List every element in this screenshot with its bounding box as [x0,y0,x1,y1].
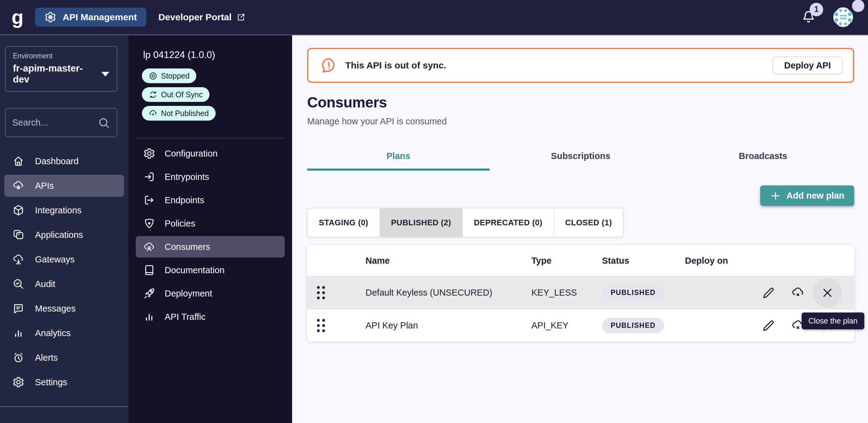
stacked-cards-icon [12,229,25,241]
sidebar-item-label: Messages [35,303,75,314]
sidebar-item-settings[interactable]: Settings [4,371,124,393]
edit-plan-button[interactable] [754,278,783,307]
search-input[interactable] [12,118,98,128]
table-row: Default Keyless (UNSECURED) KEY_LESS PUB… [307,276,854,309]
user-avatar[interactable] [833,7,853,27]
external-link-icon [237,12,246,22]
plan-type: API_KEY [501,321,571,331]
environment-sidebar: Environment fr-apim-master-dev Dashboard [0,35,128,423]
page-title: Consumers [307,94,854,111]
api-menu-item-label: Documentation [165,265,224,275]
api-menu: Configuration Entrypoints Endpoints Poli… [128,143,292,328]
environment-value: fr-apim-master-dev [13,63,96,85]
tab-subscriptions[interactable]: Subscriptions [490,144,672,171]
api-menu-item-configuration[interactable]: Configuration [136,143,285,164]
api-menu-item-entrypoints[interactable]: Entrypoints [136,166,285,188]
drag-handle[interactable] [307,319,335,332]
plan-name: Default Keyless (UNSECURED) [335,288,501,298]
api-menu-item-label: Endpoints [165,195,204,205]
chat-bubble-icon [12,302,25,315]
api-menu-item-documentation[interactable]: Documentation [136,259,285,281]
search-icon [98,117,110,129]
sidebar-item-gateways[interactable]: Gateways [4,248,124,270]
add-new-plan-label: Add new plan [786,191,845,201]
developer-portal-label: Developer Portal [158,12,231,23]
close-plan-button[interactable] [813,278,842,307]
sync-arrows-icon [149,90,158,99]
sidebar-bottom-divider [0,406,128,407]
api-menu-item-endpoints[interactable]: Endpoints [136,189,285,211]
api-menu-item-label: Policies [165,219,195,229]
api-menu-item-deployment[interactable]: Deployment [136,283,285,304]
avatar-identicon [833,7,853,27]
sidebar-item-messages[interactable]: Messages [4,297,124,320]
sidebar-item-dashboard[interactable]: Dashboard [4,150,124,172]
sidebar-item-label: Alerts [35,353,58,363]
cloud-download-icon [12,253,25,265]
arrow-into-bracket-icon [143,171,155,183]
shield-star-icon [143,217,155,230]
bar-chart-icon [143,311,155,323]
sidebar-item-analytics[interactable]: Analytics [4,322,124,344]
drag-dots-icon [317,319,325,332]
developer-portal-link[interactable]: Developer Portal [158,12,246,23]
table-header-row: Name Type Status Deploy on [307,245,854,276]
edit-plan-button[interactable] [754,311,783,340]
deploy-api-button[interactable]: Deploy API [773,57,842,74]
page-subtitle: Manage how your API is consumed [307,116,854,127]
api-menu-item-label: Entrypoints [165,172,209,182]
book-icon [143,264,155,276]
alert-bubble-icon [320,57,338,74]
plan-name: API Key Plan [335,321,501,331]
sidebar-item-audit[interactable]: Audit [4,273,124,295]
cog-wheel-icon [44,11,57,23]
apim-console: g API Management Developer Portal 1 [0,0,868,423]
api-menu-item-consumers[interactable]: Consumers [136,236,285,258]
status-badge-not-published: Not Published [142,106,216,121]
sidebar-item-applications[interactable]: Applications [4,224,124,246]
tab-plans[interactable]: Plans [307,144,490,171]
notifications-button[interactable]: 1 [801,9,816,25]
chevron-down-icon [101,72,110,76]
sidebar-item-alerts[interactable]: Alerts [4,347,124,369]
home-icon [12,155,25,167]
sidebar-item-label: Audit [35,279,55,289]
api-menu-item-label: Configuration [165,149,218,159]
status-badge-stopped: Stopped [142,68,196,83]
filter-published[interactable]: PUBLISHED (2) [379,208,462,237]
filter-closed[interactable]: CLOSED (1) [554,208,623,237]
table-row: API Key Plan API_KEY PUBLISHED [307,309,854,341]
sidebar-item-apis[interactable]: APIs [4,175,124,197]
column-header-type: Type [501,256,571,266]
column-header-status: Status [571,256,654,266]
search-box[interactable] [5,108,117,137]
drag-handle[interactable] [307,286,335,299]
sidebar-item-label: Applications [35,230,83,240]
status-badge-label: Out Of Sync [161,90,203,99]
sidebar-item-label: APIs [35,181,54,191]
column-header-deploy-on: Deploy on [654,256,751,266]
environment-label: Environment [13,52,110,60]
cloud-gear-icon [12,180,25,192]
sidebar-item-label: Gateways [35,255,75,265]
row-actions [751,278,854,307]
api-menu-divider [136,138,285,138]
topbar-right: 1 [801,7,868,27]
api-management-button[interactable]: API Management [35,8,146,27]
status-badge-label: Not Published [161,109,209,118]
close-plan-tooltip: Close the plan [802,313,864,329]
tab-broadcasts[interactable]: Broadcasts [672,144,854,171]
out-of-sync-banner: This API is out of sync. Deploy API [307,48,854,83]
main-content: This API is out of sync. Deploy API Cons… [292,35,868,423]
environment-selector[interactable]: Environment fr-apim-master-dev [5,46,117,92]
api-status-badges: Stopped Out Of Sync Not Published [128,68,282,121]
filter-staging[interactable]: STAGING (0) [308,208,379,237]
filter-deprecated[interactable]: DEPRECATED (0) [462,208,554,237]
sidebar-item-integrations[interactable]: Integrations [4,199,124,221]
unpublish-plan-button[interactable] [783,278,813,307]
add-new-plan-button[interactable]: Add new plan [760,186,855,206]
cube-icon [12,204,25,217]
api-menu-item-policies[interactable]: Policies [136,213,285,234]
api-menu-item-api-traffic[interactable]: API Traffic [136,306,285,328]
sidebar-item-label: Analytics [35,328,71,338]
